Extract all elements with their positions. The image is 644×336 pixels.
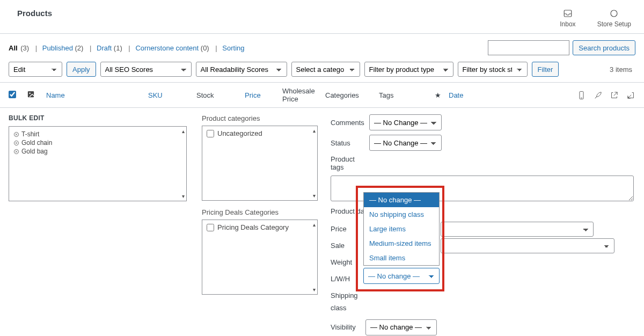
filter-all[interactable]: All [9, 44, 18, 52]
remove-icon[interactable] [13, 140, 19, 146]
col-name[interactable]: Name [46, 91, 148, 99]
svg-rect-2 [28, 91, 34, 97]
image-icon [27, 90, 35, 98]
store-setup-button[interactable]: Store Setup [597, 9, 631, 28]
svg-point-1 [611, 10, 617, 17]
col-price[interactable]: Price [245, 91, 282, 99]
dropdown-option[interactable]: Large items [364, 222, 439, 236]
inbox-icon [563, 9, 573, 18]
bulk-edit-items-list[interactable]: ▴ T-shirt Gold chain Gold bag ▾ [9, 126, 187, 201]
sale-label: Sale [331, 242, 345, 250]
col-wholesale-price: Wholesale Price [282, 87, 325, 103]
lwh-label: L/W/H [331, 275, 350, 283]
scroll-down-icon[interactable]: ▾ [182, 193, 185, 199]
apply-button[interactable]: Apply [67, 62, 96, 77]
dropdown-option[interactable]: No shipping class [364, 207, 439, 222]
shipping-class-dropdown-highlight: — No change — No shipping class Large it… [356, 186, 444, 291]
circle-icon [609, 9, 619, 18]
list-item[interactable]: Gold bag [13, 147, 177, 156]
col-categories: Categories [325, 91, 379, 99]
dropdown-option[interactable]: Small items [364, 251, 439, 265]
comments-label: Comments [331, 119, 369, 127]
list-item[interactable]: Gold chain [13, 138, 177, 147]
products-table-header: Name SKU Stock Price Wholesale Price Cat… [0, 82, 644, 108]
search-input[interactable] [488, 40, 569, 55]
select-all-checkbox[interactable] [9, 91, 16, 98]
inbox-button[interactable]: Inbox [560, 9, 575, 28]
view-links: All (3) | Published (2) | Draft (1) | Co… [9, 44, 245, 52]
filter-button[interactable]: Filter [532, 62, 559, 77]
filter-draft[interactable]: Draft [97, 44, 112, 52]
remove-icon[interactable] [13, 149, 19, 155]
pricing-deals-title: Pricing Deals Categories [202, 208, 324, 216]
bulk-edit-title: BULK EDIT [9, 114, 195, 122]
store-setup-label: Store Setup [597, 20, 631, 28]
inbox-label: Inbox [560, 20, 575, 28]
search-products-button[interactable]: Search products [573, 40, 635, 55]
outgoing-links-icon [610, 91, 619, 100]
page-title: Products [17, 9, 52, 18]
scroll-down-icon[interactable]: ▾ [313, 193, 316, 199]
dropdown-option[interactable]: — No change — [364, 193, 439, 207]
col-date[interactable]: Date [449, 91, 508, 99]
visibility-select[interactable]: — No change — [365, 319, 437, 335]
scroll-up-icon[interactable]: ▴ [182, 128, 185, 134]
stock-status-select[interactable]: Filter by stock status [458, 62, 528, 77]
class-label: class [331, 304, 347, 312]
pricing-deals-category-checkbox[interactable]: Pricing Deals Category [207, 223, 308, 231]
status-select[interactable]: — No Change — [369, 135, 442, 151]
product-type-select[interactable]: Filter by product type [364, 62, 453, 77]
sorting-link[interactable]: Sorting [222, 44, 244, 52]
incoming-links-icon [626, 91, 635, 100]
scroll-down-icon[interactable]: ▾ [313, 287, 316, 293]
scroll-up-icon[interactable]: ▴ [313, 128, 316, 134]
phone-icon [577, 91, 586, 100]
items-count: 3 items [610, 65, 635, 74]
col-sku[interactable]: SKU [148, 91, 196, 99]
weight-label: Weight [331, 258, 352, 266]
dropdown-option[interactable]: Medium-sized items [364, 236, 439, 251]
list-item[interactable]: T-shirt [13, 130, 177, 138]
status-label: Status [331, 139, 369, 147]
col-tags: Tags [379, 91, 427, 99]
visibility-label: Visibility [331, 323, 356, 331]
remove-icon[interactable] [13, 132, 19, 137]
shipping-label: Shipping [331, 291, 358, 300]
product-categories-box[interactable]: ▴ Uncategorized ▾ [202, 126, 318, 201]
price-select[interactable] [441, 222, 594, 237]
shipping-class-select[interactable]: — No change — [363, 268, 440, 284]
shipping-class-options-list[interactable]: — No change — No shipping class Large it… [363, 192, 440, 266]
svg-point-3 [29, 92, 31, 94]
col-stock: Stock [196, 91, 245, 99]
comments-select[interactable]: — No Change — [369, 114, 442, 130]
scroll-up-icon[interactable]: ▴ [313, 222, 316, 228]
seo-scores-select[interactable]: All SEO Scores [100, 62, 192, 77]
price-label: Price [331, 225, 347, 233]
col-featured: ★ [427, 91, 449, 99]
filter-cornerstone[interactable]: Cornerstone content [135, 44, 199, 52]
svg-rect-0 [564, 10, 572, 17]
bulk-action-select[interactable]: Edit [9, 62, 62, 77]
sale-select[interactable] [441, 238, 614, 253]
product-tags-label: Product tags [331, 155, 369, 171]
feather-icon [594, 91, 603, 100]
product-categories-title: Product categories [202, 114, 324, 122]
readability-scores-select[interactable]: All Readability Scores [196, 62, 287, 77]
pricing-deals-box[interactable]: ▴ Pricing Deals Category ▾ [202, 220, 318, 295]
uncategorized-checkbox[interactable]: Uncategorized [207, 129, 308, 137]
category-select[interactable]: Select a category [291, 62, 360, 77]
filter-published[interactable]: Published [42, 44, 73, 52]
